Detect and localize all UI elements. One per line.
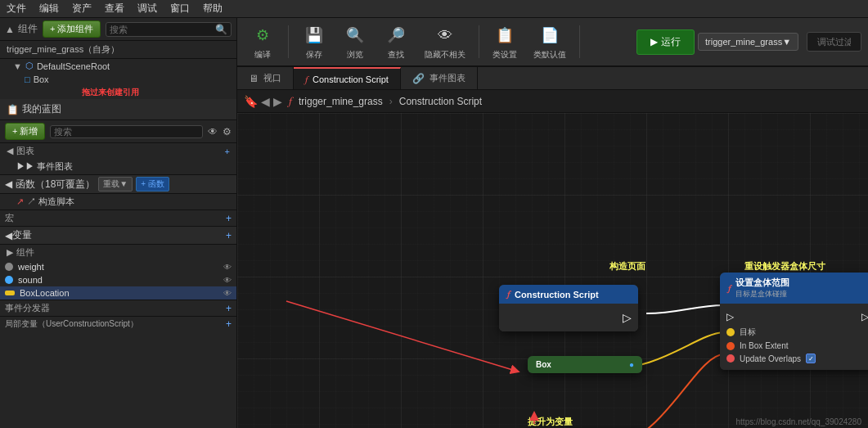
construction-script-tab[interactable]: 𝑓 Construction Script — [294, 67, 401, 89]
var-add-btn[interactable]: + — [226, 230, 232, 241]
class-defaults-label: 类默认值 — [533, 49, 566, 61]
box-node-label: Box — [536, 360, 551, 369]
viewport-tab[interactable]: 🖥 视口 — [237, 67, 294, 89]
set-box-extent-label: 设置盒体范围 — [735, 277, 789, 289]
set-box-extent-node[interactable]: 𝑓 设置盒体范围 目标是盒体碰撞 ▷ ▷ 目标 — [720, 273, 868, 370]
event-graph-tab-icon: 🔗 — [412, 73, 425, 84]
run-button[interactable]: ▶ 运行 — [636, 29, 695, 55]
construct-script-fn-item[interactable]: ↗ ↗ 构造脚本 — [0, 194, 236, 209]
box-node[interactable]: Box ● — [528, 356, 642, 373]
macro-add-btn[interactable]: + — [226, 213, 232, 224]
add-component-button[interactable]: + 添加组件 — [43, 20, 101, 38]
macro-row: 宏 + — [0, 209, 236, 226]
compile-label: 编译 — [254, 49, 271, 61]
find-button[interactable]: 🔎 查找 — [377, 20, 415, 64]
comp-sub-arrow: ▶ — [7, 247, 13, 258]
weight-var-item[interactable]: weight 👁 — [0, 260, 236, 273]
components-subgroup[interactable]: ▶ 组件 — [0, 245, 236, 260]
class-defaults-button[interactable]: 📄 类默认值 — [527, 20, 573, 64]
graph-add-icon[interactable]: + — [225, 146, 230, 156]
components-label: 组件 — [18, 22, 38, 36]
local-vars-label: 局部变量（UserConstructionScript） — [5, 318, 138, 330]
box-location-var-item[interactable]: BoxLocation 👁 — [0, 286, 236, 300]
toolbar-sep-1 — [288, 25, 289, 58]
hide-button[interactable]: 👁 隐藏不相关 — [418, 20, 472, 64]
box-pin-out: ● — [629, 360, 634, 369]
debug-filter-input[interactable] — [811, 34, 857, 50]
override-button[interactable]: 重载▼ — [98, 177, 133, 191]
trigger-dropdown-label: trigger_mine_grass▼ — [705, 37, 791, 47]
menu-debug[interactable]: 调试 — [137, 2, 157, 16]
drag-hint-text: 拖过来创建引用 — [82, 88, 139, 97]
event-graph-tab-label: 事件图表 — [430, 72, 465, 84]
main-layout: ▲ 组件 + 添加组件 🔍 trigger_mine_grass（自身） ▼ ⬡… — [0, 18, 868, 428]
add-function-button[interactable]: + 函数 — [136, 177, 169, 191]
graph-label: 图表 — [16, 145, 34, 157]
weight-eye-icon[interactable]: 👁 — [223, 263, 232, 272]
forward-button[interactable]: ▶ — [273, 95, 282, 108]
url-bar: https://blog.csdn.net/qq_39024280 — [736, 417, 861, 426]
update-overlaps-row: Update Overlaps ✓ — [720, 352, 868, 365]
sound-var-item[interactable]: sound 👁 — [0, 273, 236, 286]
menu-file[interactable]: 文件 — [7, 2, 26, 16]
update-overlaps-pin — [726, 354, 735, 363]
var-label: 变量 — [12, 228, 32, 242]
event-graph-item[interactable]: ▶▶ 事件图表 — [0, 159, 236, 174]
menu-window[interactable]: 窗口 — [170, 2, 190, 16]
self-reference-item[interactable]: trigger_mine_grass（自身） — [0, 41, 236, 59]
annotation-construct-page: 构造页面 — [609, 260, 645, 273]
class-defaults-icon: 📄 — [537, 23, 562, 47]
construction-fn-icon: 𝑓 — [507, 289, 510, 300]
trigger-dropdown[interactable]: trigger_mine_grass▼ — [698, 33, 798, 51]
find-icon: 🔎 — [384, 23, 408, 47]
bookmark-button[interactable]: 🔖 — [244, 95, 258, 108]
menu-help[interactable]: 帮助 — [203, 2, 223, 16]
search-icon: 🔍 — [215, 24, 227, 35]
menu-asset[interactable]: 资产 — [72, 2, 92, 16]
component-section-icon: ▲ — [5, 24, 15, 35]
menu-edit[interactable]: 编辑 — [39, 2, 59, 16]
compile-button[interactable]: ⚙ 编译 — [244, 20, 281, 64]
construction-script-node[interactable]: 𝑓 Construction Script ▷ — [499, 285, 638, 331]
settings-button[interactable]: ⚙ — [223, 126, 232, 137]
breadcrumb-blueprint[interactable]: trigger_mine_grass — [299, 96, 383, 107]
class-settings-button[interactable]: 📋 类设置 — [486, 20, 524, 64]
set-box-extent-sublabel: 目标是盒体碰撞 — [735, 289, 789, 300]
box-tree-item[interactable]: □ Box — [0, 73, 236, 86]
exec-out-row: ▷ — [499, 309, 638, 327]
event-dispatcher-label: 事件分发器 — [5, 302, 50, 314]
in-box-extent-label: In Box Extent — [740, 341, 788, 350]
eye-button[interactable]: 👁 — [208, 126, 218, 137]
event-graph-tab[interactable]: 🔗 事件图表 — [401, 67, 478, 89]
var-arrow: ◀ — [5, 230, 12, 241]
breadcrumb-script[interactable]: Construction Script — [399, 96, 482, 107]
sound-eye-icon[interactable]: 👁 — [223, 276, 232, 285]
update-overlaps-checkbox[interactable]: ✓ — [806, 354, 816, 363]
connector-svg — [237, 113, 868, 428]
blueprint-canvas[interactable]: 𝑓 Construction Script ▷ Box ● — [237, 113, 868, 428]
local-vars-add-btn[interactable]: + — [226, 318, 232, 330]
right-panel: ⚙ 编译 💾 保存 🔍 浏览 🔎 查找 👁 隐藏不相关 📋 — [237, 18, 868, 428]
new-blueprint-button[interactable]: + 新增 — [5, 123, 45, 140]
toolbar-sep-2 — [479, 25, 479, 58]
compile-icon: ⚙ — [250, 23, 275, 47]
weight-label: weight — [18, 262, 218, 272]
box-location-eye-icon[interactable]: 👁 — [223, 289, 232, 298]
my-blueprint-label: 我的蓝图 — [22, 102, 61, 116]
event-dispatcher-add-btn[interactable]: + — [226, 303, 232, 314]
save-button[interactable]: 💾 保存 — [295, 20, 333, 64]
menu-view[interactable]: 查看 — [105, 2, 124, 16]
class-settings-icon: 📋 — [492, 23, 517, 47]
class-settings-label: 类设置 — [492, 49, 517, 61]
blueprint-search-input[interactable] — [54, 127, 199, 137]
component-search-input[interactable] — [110, 25, 215, 34]
back-button[interactable]: ◀ — [261, 95, 270, 108]
default-scene-root-item[interactable]: ▼ ⬡ DefaultSceneRoot — [0, 59, 236, 73]
annotation-reset-trigger: 重设触发器盒体尺寸 — [744, 260, 825, 273]
target-pin — [726, 328, 735, 336]
graph-section[interactable]: ◀ 图表 + — [0, 143, 236, 159]
browse-button[interactable]: 🔍 浏览 — [336, 20, 374, 64]
hide-label: 隐藏不相关 — [425, 49, 465, 61]
target-row: 目标 — [720, 325, 868, 340]
in-box-extent-row: In Box Extent — [720, 340, 868, 352]
